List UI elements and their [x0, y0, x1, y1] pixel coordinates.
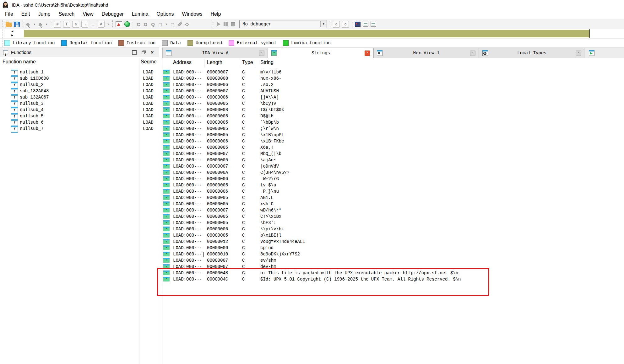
run-button[interactable]	[216, 21, 221, 27]
close-icon[interactable]: ×	[151, 50, 154, 55]
column-header-function-name[interactable]: Function name	[3, 59, 36, 65]
ascii-button[interactable]: A	[98, 21, 105, 28]
maximize-icon[interactable]	[132, 50, 137, 55]
tab-local-types[interactable]: 0Local Types×	[479, 48, 584, 58]
new-view-icon[interactable]	[589, 50, 594, 56]
calls-view-button[interactable]: C	[136, 21, 141, 27]
string-row[interactable]: ”LOAD:000···00000008Cnux-x86-	[162, 75, 624, 82]
function-row[interactable]: fnullsub_3LOAD	[0, 100, 159, 107]
column-header-address[interactable]: Address	[173, 60, 192, 65]
windows-button[interactable]: □	[158, 21, 163, 27]
string-row[interactable]: ”LOAD:000···00000006C W+?\rG	[162, 176, 624, 182]
navigator-cursor[interactable]	[589, 29, 590, 38]
string-row[interactable]: ”LOAD:000···00000005CD$@LH	[162, 113, 624, 119]
edit-button[interactable]	[177, 21, 182, 27]
string-row[interactable]: ”LOAD:000···00000012CVoDg=PxT4d844eALI	[162, 238, 624, 245]
tab-ida-view-a[interactable]: IDA View-A×	[162, 48, 268, 58]
menu-search[interactable]: Search	[55, 10, 79, 18]
string-row[interactable]: ”LOAD:000···00000005C\ajAn~	[162, 157, 624, 163]
string-literal-button[interactable]: s	[72, 21, 79, 28]
string-row[interactable]: ”LOAD:000···00000007C|oDnVdV	[162, 163, 624, 169]
menu-debugger[interactable]: Debugger	[98, 10, 128, 18]
string-row[interactable]: ”LOAD:000···00000005Ctv $\a	[162, 182, 624, 188]
ascii-caret-icon[interactable]: ▼	[107, 21, 110, 27]
string-row[interactable]: ”LOAD:000···00000005C;\r`w\n	[162, 126, 624, 132]
string-row[interactable]: ”LOAD:000···00000007CwD/h6\r*	[162, 207, 624, 213]
string-row[interactable]: ”LOAD:000···00000005Cb\x1BI!l	[162, 232, 624, 238]
string-row[interactable]: ”LOAD:000···00000010C8q9oDKkjXxrY7S2	[162, 251, 624, 257]
tab-strings[interactable]: ”Strings×	[268, 48, 373, 58]
diamond-button[interactable]: ◇	[184, 21, 189, 27]
nav-scroll-right-icon[interactable]: ▶	[11, 34, 13, 37]
menu-options[interactable]: Options	[152, 10, 178, 18]
string-row[interactable]: ”LOAD:000···00000007CMbQ_(|\b	[162, 151, 624, 157]
jump-back-caret-icon[interactable]: ▼	[33, 21, 36, 27]
menu-windows[interactable]: Windows	[178, 10, 207, 18]
debugger-options-button[interactable]: c	[342, 21, 349, 28]
jump-down-button[interactable]: ↓	[90, 21, 95, 27]
string-row[interactable]: ”LOAD:000···00000005C\bCy)v	[162, 100, 624, 107]
string-row[interactable]: ”LOAD:000···00000007Cm\v/lib6	[162, 69, 624, 75]
enums-button[interactable]: Q	[150, 21, 155, 27]
column-header-type[interactable]: Type	[242, 60, 253, 65]
menu-edit[interactable]: Edit	[17, 10, 34, 18]
float-window-icon[interactable]	[142, 51, 146, 54]
string-row[interactable]: ”LOAD:000···00000006C\\p+\v\b+	[162, 226, 624, 232]
string-row[interactable]: ”LOAD:000···00000006C\x1B~FKbc	[162, 138, 624, 144]
string-row[interactable]: ”LOAD:000···00000005C`\bBp\b	[162, 119, 624, 126]
column-header-string[interactable]: String	[260, 60, 274, 65]
goto-button[interactable]: →	[81, 21, 88, 28]
list-view-alt-button[interactable]	[371, 22, 376, 27]
function-row[interactable]: fnullsub_4LOAD	[0, 107, 159, 113]
tab-close-icon[interactable]: ×	[576, 51, 581, 56]
lumina-ball-icon[interactable]	[124, 21, 130, 27]
string-row[interactable]: ”LOAD:000···00000005CC!>\x1Bx	[162, 213, 624, 220]
number-format-button[interactable]: #	[54, 21, 61, 28]
open-file-icon[interactable]	[6, 23, 12, 27]
jump-forward-caret-icon[interactable]: ▼	[45, 21, 48, 27]
menu-jump[interactable]: Jump	[34, 10, 54, 18]
name-button[interactable]: T	[63, 21, 70, 28]
function-row[interactable]: fsub_132A067LOAD	[0, 94, 159, 100]
function-row[interactable]: fnullsub_5LOAD	[0, 113, 159, 119]
string-row[interactable]: ”LOAD:000···00000006Ccp'ud	[162, 245, 624, 251]
menu-help[interactable]: Help	[206, 10, 225, 18]
function-row[interactable]: fnullsub_7LOAD	[0, 126, 159, 132]
column-divider[interactable]	[256, 59, 256, 67]
function-row[interactable]: fsub_132A048LOAD	[0, 88, 159, 94]
tab-close-icon[interactable]: ×	[365, 51, 370, 56]
list-view-button[interactable]	[363, 22, 368, 27]
column-header-segment[interactable]: Segme	[141, 59, 157, 65]
jump-forward-pin-icon[interactable]	[38, 23, 43, 26]
column-divider[interactable]	[204, 59, 204, 67]
drag-handle-icon[interactable]	[3, 39, 3, 47]
string-row[interactable]: ”LOAD:000···00000007CAUATUSH	[162, 88, 624, 94]
tab-close-icon[interactable]: ×	[259, 51, 264, 56]
function-row[interactable]: fnullsub_2LOAD	[0, 82, 159, 88]
debugger-select[interactable]: No debugger▼	[239, 20, 327, 28]
function-row[interactable]: fnullsub_6LOAD	[0, 119, 159, 126]
pause-button[interactable]	[223, 21, 228, 27]
nav-scroll-left-icon[interactable]: ◀	[11, 29, 13, 33]
tab-hex-view-1[interactable]: Hex View-1×	[373, 48, 479, 58]
save-file-icon[interactable]	[14, 22, 20, 27]
windows-caret-icon[interactable]: ▼	[165, 21, 168, 27]
string-row[interactable]: ”LOAD:000···00000007Cev/shm	[162, 257, 624, 264]
function-row[interactable]: fsub_11CD6D0LOAD	[0, 75, 159, 82]
column-header-length[interactable]: Length	[207, 60, 222, 65]
chevron-down-icon[interactable]: ▼	[320, 21, 327, 27]
drag-handle-icon[interactable]	[3, 29, 3, 38]
structures-button[interactable]: D	[143, 21, 148, 27]
tab-close-icon[interactable]: ×	[470, 51, 475, 56]
string-row[interactable]: ”LOAD:000···00000005Cx<h`G	[162, 201, 624, 207]
band-marker-button[interactable]	[116, 21, 122, 27]
menu-lumina[interactable]: Lumina	[128, 10, 153, 18]
string-row[interactable]: ”LOAD:000···00000005CX6a,!	[162, 144, 624, 151]
frame-button[interactable]: □	[170, 21, 175, 27]
navigator-band[interactable]	[24, 30, 590, 37]
string-row[interactable]: ”LOAD:000···00000005C\x1B\npPL	[162, 132, 624, 138]
attach-process-button[interactable]: c	[333, 21, 340, 28]
bookmarks-list-icon[interactable]	[355, 22, 361, 27]
string-row[interactable]: ”LOAD:000···00000005C\bE3':	[162, 220, 624, 226]
function-row[interactable]: fnullsub_1LOAD	[0, 69, 159, 75]
